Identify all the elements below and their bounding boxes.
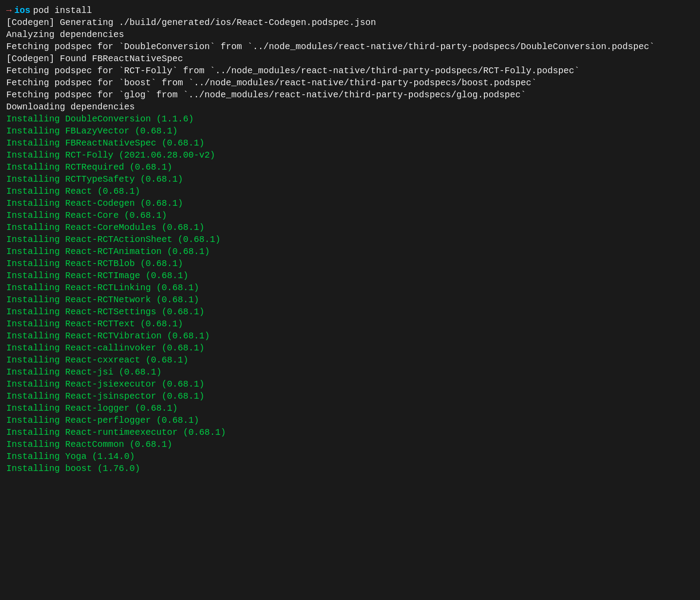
terminal-line: Installing React-logger (0.68.1) <box>6 402 694 414</box>
terminal-line: Downloading dependencies <box>6 101 694 113</box>
terminal-line: Installing React-jsinspector (0.68.1) <box>6 390 694 402</box>
terminal-line: Installing React-RCTBlob (0.68.1) <box>6 258 694 270</box>
terminal-line: Fetching podspec for `DoubleConversion` … <box>6 41 694 53</box>
terminal-line: Installing React-RCTVibration (0.68.1) <box>6 330 694 342</box>
terminal-line: Installing FBLazyVector (0.68.1) <box>6 125 694 137</box>
terminal-line: [Codegen] Found FBReactNativeSpec <box>6 53 694 65</box>
terminal-line: Fetching podspec for `glog` from `../nod… <box>6 89 694 101</box>
terminal-line: Installing React (0.68.1) <box>6 185 694 197</box>
terminal-line: Installing React-cxxreact (0.68.1) <box>6 354 694 366</box>
terminal-line: Installing React-RCTAnimation (0.68.1) <box>6 246 694 258</box>
terminal-line: Installing React-CoreModules (0.68.1) <box>6 221 694 233</box>
terminal-line: Installing React-callinvoker (0.68.1) <box>6 342 694 354</box>
terminal-line: Fetching podspec for `RCT-Folly` from `.… <box>6 65 694 77</box>
terminal-line: Analyzing dependencies <box>6 29 694 41</box>
terminal-line: Installing React-RCTSettings (0.68.1) <box>6 306 694 318</box>
prompt-line: → ios pod install <box>6 4 694 17</box>
terminal-line: Installing React-RCTNetwork (0.68.1) <box>6 294 694 306</box>
terminal-line: Installing RCTRequired (0.68.1) <box>6 161 694 173</box>
terminal-line: [Codegen] Generating ./build/generated/i… <box>6 17 694 29</box>
terminal-line: Installing React-Codegen (0.68.1) <box>6 197 694 209</box>
terminal-line: Installing React-RCTLinking (0.68.1) <box>6 282 694 294</box>
terminal-line: Fetching podspec for `boost` from `../no… <box>6 77 694 89</box>
terminal-line: Installing React-Core (0.68.1) <box>6 209 694 221</box>
terminal-line: Installing RCT-Folly (2021.06.28.00-v2) <box>6 149 694 161</box>
ios-label: ios <box>14 4 30 17</box>
terminal-line: Installing RCTTypeSafety (0.68.1) <box>6 173 694 185</box>
terminal-window: → ios pod install [Codegen] Generating .… <box>6 4 694 600</box>
terminal-line: Installing boost (1.76.0) <box>6 462 694 475</box>
terminal-line: Installing DoubleConversion (1.1.6) <box>6 113 694 125</box>
terminal-line: Installing React-jsiexecutor (0.68.1) <box>6 378 694 390</box>
output-lines: [Codegen] Generating ./build/generated/i… <box>6 17 694 475</box>
terminal-line: Installing Yoga (1.14.0) <box>6 450 694 462</box>
prompt-arrow: → <box>6 4 12 17</box>
prompt-command: pod install <box>33 4 92 17</box>
terminal-line: Installing React-RCTImage (0.68.1) <box>6 270 694 282</box>
terminal-line: Installing React-runtimeexecutor (0.68.1… <box>6 426 694 438</box>
terminal-line: Installing FBReactNativeSpec (0.68.1) <box>6 137 694 149</box>
terminal-line: Installing React-perflogger (0.68.1) <box>6 414 694 426</box>
terminal-line: Installing ReactCommon (0.68.1) <box>6 438 694 450</box>
terminal-line: Installing React-RCTText (0.68.1) <box>6 318 694 330</box>
terminal-line: Installing React-jsi (0.68.1) <box>6 366 694 378</box>
terminal-line: Installing React-RCTActionSheet (0.68.1) <box>6 233 694 246</box>
